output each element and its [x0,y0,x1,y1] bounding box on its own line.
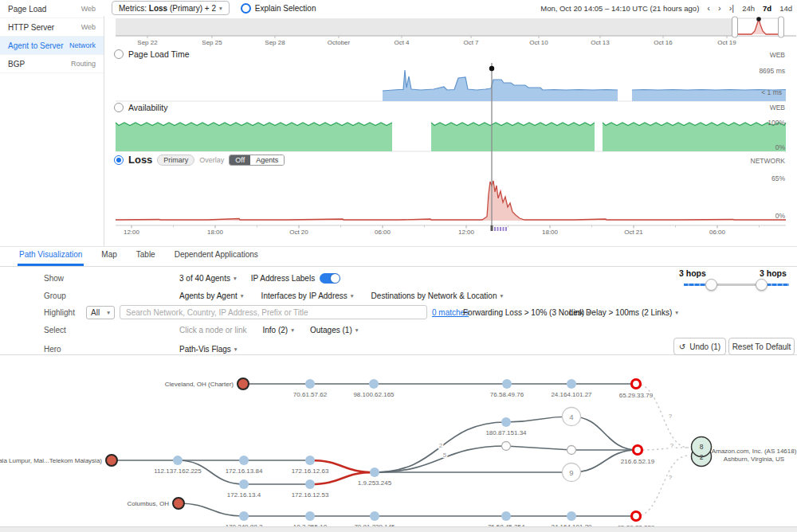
range-7d-button[interactable]: 7d [763,4,771,13]
highlight-mode-select[interactable]: All▾ [86,306,115,319]
path-node-h-24-164-27[interactable] [567,379,576,389]
path-link-ag-columbus-h-170-249[interactable] [179,503,244,516]
path-node-h-70-81[interactable] [370,511,379,521]
path-node-h-172-12-63[interactable] [305,456,315,465]
x-axis-tick-label: 06:00 [375,229,391,236]
tab-map[interactable]: Map [100,246,118,266]
path-node-e-65-29-79[interactable] [632,380,641,389]
event-mark[interactable] [494,227,496,231]
chart-area-availability[interactable] [116,123,392,151]
tab-dependent-applications[interactable]: Dependent Applications [173,246,260,266]
selected-time-dot [489,66,494,71]
sidebar-item-page-load[interactable]: Page Load Web [0,0,104,18]
path-link-gh-1-gh-2[interactable] [506,446,571,450]
timeline-tick-label: Oct 16 [654,39,673,46]
page-load-time-title: Page Load Time [128,49,189,59]
path-node-h-172-12-53-label: 172.16.12.53 [292,491,329,499]
path-link-grp-4-e-216[interactable] [571,417,638,450]
reset-to-default-button[interactable]: Reset To Default [728,338,795,355]
info-menu[interactable]: Info (2)▾ [262,326,293,334]
path-node-h-76-58-45[interactable] [501,511,511,521]
hero-dropdown[interactable]: Path-Vis Flags▾ [179,345,238,354]
explain-selection-label: Explain Selection [255,4,316,13]
path-node-h-70-61[interactable] [305,379,315,389]
path-link-h-1-9-gh-1[interactable] [375,446,506,472]
path-node-h-180-87[interactable] [501,417,511,427]
hops-slider-left-handle[interactable] [705,279,717,291]
ip-address-labels-toggle[interactable] [320,273,340,284]
chart-axis-label-loss: 0% [775,212,786,220]
path-link-h-180-87-grp-4[interactable] [506,417,571,422]
latest-interval-button[interactable]: ›| [729,3,735,13]
path-node-ag-cleveland[interactable] [238,378,249,389]
group-agents-dropdown[interactable]: Agents by Agent▾ [179,291,244,300]
path-link-e-216-dst-amazon[interactable] [638,448,689,450]
path-node-gh-1[interactable] [502,442,511,451]
hops-right-label: 3 hops [760,268,787,278]
path-node-e-65-29-229[interactable] [632,512,641,521]
sidebar-item-agent-to-server[interactable]: Agent to Server Network [0,37,104,55]
link-label: 5 [443,452,447,459]
event-mark[interactable] [500,227,501,231]
timeline-brush-unselected[interactable] [116,18,735,36]
loss-radio[interactable] [114,155,124,165]
event-mark[interactable] [497,227,499,231]
path-node-ag-columbus[interactable] [173,498,184,509]
prev-interval-button[interactable]: ‹ [707,3,710,13]
path-node-e-216[interactable] [634,446,642,455]
link-delay-filter[interactable]: Link Delay > 100ms (2 Links)▾ [569,308,678,317]
sidebar-item-label: BGP [8,60,25,68]
range-24h-button[interactable]: 24h [742,4,755,13]
selected-time-handle[interactable] [491,225,493,231]
path-node-h-24-164-29[interactable] [567,511,576,521]
undo-button[interactable]: ↺ Undo (1) [673,338,726,355]
overlay-off-button[interactable]: Off [230,155,250,165]
path-node-h-172-13-84[interactable] [239,456,249,465]
brush-handle[interactable] [779,17,784,37]
highlight-search-input[interactable] [120,305,427,319]
event-mark[interactable] [503,227,505,231]
path-node-h-170-249[interactable] [239,511,249,521]
agents-dropdown[interactable]: 3 of 40 Agents▾ [179,274,237,283]
sidebar-item-bgp[interactable]: BGP Routing [0,55,104,73]
path-node-h-1-9[interactable] [370,467,379,477]
chart-area-availability[interactable] [603,123,786,151]
event-mark[interactable] [505,227,507,231]
path-node-h-76-58-49[interactable] [502,379,512,389]
path-node-gh-2[interactable] [567,446,576,455]
next-interval-button[interactable]: › [718,3,721,13]
tab-table[interactable]: Table [135,246,157,266]
path-node-ag-kl[interactable] [106,455,117,466]
overlay-agents-button[interactable]: Agents [250,155,284,165]
path-node-h-112-label: 112.137.162.225 [154,467,202,475]
reset-label: Reset To Default [732,342,791,351]
loss-header: Loss Primary Overlay Off Agents [114,154,285,166]
topbar: Metrics: Loss (Primary) + 2 ▾ Explain Se… [104,0,797,16]
tab-path-visualization[interactable]: Path Visualization [18,246,84,266]
group-destinations-dropdown[interactable]: Destinations by Network & Location▾ [371,291,504,300]
path-node-h-172-13-4[interactable] [239,479,249,489]
metrics-dropdown[interactable]: Metrics: Loss (Primary) + 2 ▾ [112,1,230,15]
chevron-down-icon: ▾ [351,292,354,299]
hops-left-label: 3 hops [679,268,706,278]
chart-area-page_load_time[interactable] [383,70,618,101]
explain-selection-button[interactable]: Explain Selection [241,3,316,14]
brush-handle[interactable] [732,17,738,37]
path-node-h-112[interactable] [173,456,183,465]
outages-menu[interactable]: Outages (1)▾ [310,326,359,334]
availability-radio[interactable] [114,103,124,112]
chart-area-availability[interactable] [431,123,595,151]
path-node-h-172-12-53[interactable] [305,479,315,489]
range-14d-button[interactable]: 14d [779,4,792,13]
path-node-h-10-3[interactable] [305,511,315,521]
page-load-time-radio[interactable] [114,49,124,59]
path-node-h-98-100[interactable] [369,379,379,389]
group-interfaces-dropdown[interactable]: Interfaces by IP Address▾ [261,291,354,300]
chart-area-loss[interactable] [116,181,786,221]
path-node-h-98-100-label: 98.100.62.165 [353,391,395,398]
path-node-ag-kl-label: Kuala Lumpur, Mal...Telekom Malaysia) [0,457,102,464]
chart-axis-label-page_load_time: 8695 ms [759,67,785,75]
hops-slider-right-handle[interactable] [756,279,768,291]
timeline-tick-label: Sep 25 [202,39,222,46]
sidebar-item-http-server[interactable]: HTTP Server Web [0,18,104,37]
